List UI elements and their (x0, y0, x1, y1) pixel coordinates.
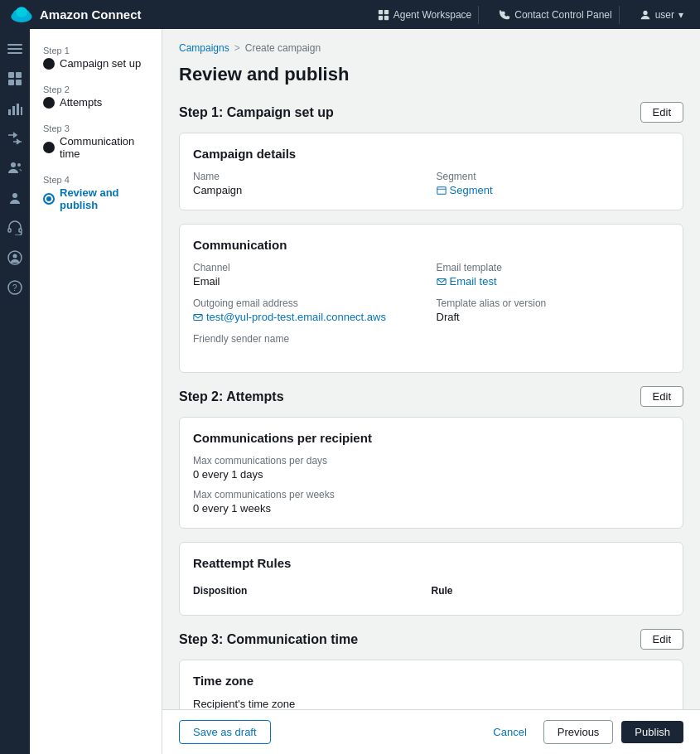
sidebar-item-users[interactable] (2, 155, 28, 181)
reattempt-rules-header: Disposition Rule (193, 580, 669, 602)
svg-rect-18 (17, 104, 19, 115)
svg-rect-11 (7, 52, 22, 54)
step2-title: Step 2: Attempts (179, 389, 284, 404)
save-draft-button[interactable]: Save as draft (179, 720, 271, 744)
svg-rect-23 (8, 229, 11, 232)
friendly-sender-field: Friendly sender name (193, 333, 427, 359)
step-3: Step 3 Communication time (43, 123, 148, 160)
breadcrumb-separator: > (234, 42, 240, 54)
svg-rect-13 (16, 72, 22, 78)
reattempt-rules-card: Reattempt Rules Disposition Rule (179, 542, 683, 616)
outgoing-email-value: test@yul-prod-test.email.connect.aws (193, 311, 427, 323)
step2-edit-button[interactable]: Edit (640, 386, 683, 407)
reattempt-rules-title: Reattempt Rules (193, 556, 669, 570)
email-icon (437, 277, 447, 287)
campaign-details-title: Campaign details (193, 147, 669, 161)
phone-icon (499, 9, 510, 21)
svg-rect-14 (8, 80, 14, 85)
channel-field: Channel Email (193, 262, 427, 288)
step-4: Step 4 Review and publish (43, 175, 148, 211)
sidebar-item-help[interactable]: ? (2, 274, 28, 301)
cancel-button[interactable]: Cancel (485, 721, 534, 743)
step3-edit-button[interactable]: Edit (640, 629, 683, 650)
svg-rect-5 (384, 9, 389, 13)
grid-icon (7, 71, 22, 86)
contact-control-panel-button[interactable]: Contact Control Panel (492, 6, 619, 24)
communication-title: Communication (193, 238, 669, 252)
communication-grid: Channel Email Email template Email test … (193, 262, 669, 359)
segment-value: Segment (437, 184, 670, 196)
person-icon (7, 191, 22, 205)
menu-icon (7, 41, 22, 56)
sidebar-item-routing[interactable] (2, 125, 28, 152)
top-nav: Amazon Connect Agent Workspace Contact C… (0, 0, 700, 29)
svg-rect-9 (7, 44, 22, 46)
svg-rect-6 (379, 15, 383, 19)
page-title: Review and publish (179, 64, 683, 85)
sidebar-item-analytics[interactable] (2, 95, 28, 122)
help-icon: ? (7, 280, 22, 295)
svg-rect-29 (437, 186, 445, 194)
step3-title: Step 3: Communication time (179, 632, 358, 647)
outgoing-email-field: Outgoing email address test@yul-prod-tes… (193, 297, 427, 323)
communication-card: Communication Channel Email Email templa… (179, 224, 683, 373)
users-icon (7, 161, 22, 176)
step-2-dot (43, 97, 55, 109)
step1-title: Step 1: Campaign set up (179, 105, 334, 120)
campaign-name-field: Name Campaign (193, 171, 427, 196)
template-alias-field: Template alias or version Draft (437, 297, 670, 323)
svg-point-21 (17, 163, 21, 167)
svg-rect-12 (8, 72, 14, 78)
step2-section-header: Step 2: Attempts Edit (179, 386, 683, 407)
publish-button[interactable]: Publish (621, 721, 683, 743)
svg-rect-19 (21, 107, 22, 115)
svg-point-26 (13, 254, 17, 259)
chart-bar-icon (7, 101, 22, 116)
campaign-details-grid: Name Campaign Segment Segment (193, 171, 669, 196)
agent-workspace-icon (378, 9, 389, 21)
step3-section-header: Step 3: Communication time Edit (179, 629, 683, 650)
step-1-dot (43, 58, 55, 70)
svg-point-20 (11, 162, 16, 167)
app-title: Amazon Connect (40, 7, 142, 22)
sidebar-item-agent-activity[interactable] (2, 244, 28, 271)
svg-point-3 (16, 7, 27, 17)
email-template-value: Email test (437, 275, 670, 288)
headset-icon (7, 220, 22, 235)
circle-user-icon (7, 250, 22, 265)
agent-workspace-button[interactable]: Agent Workspace (371, 6, 480, 24)
steps-panel: Step 1 Campaign set up Step 2 Attempts S… (30, 29, 162, 754)
routing-icon (7, 131, 22, 146)
comms-per-recipient-title: Communications per recipient (193, 431, 669, 445)
step-2: Step 2 Attempts (43, 85, 148, 109)
sidebar-item-headset[interactable] (2, 215, 28, 241)
step1-edit-button[interactable]: Edit (640, 102, 683, 123)
step-3-dot (43, 142, 55, 153)
sidebar-item-dashboard[interactable] (2, 65, 28, 92)
step1-section-header: Step 1: Campaign set up Edit (179, 102, 683, 123)
amazon-connect-logo (10, 3, 33, 27)
svg-rect-7 (384, 15, 389, 19)
sidebar-menu-icon[interactable] (2, 36, 28, 62)
previous-button[interactable]: Previous (543, 720, 614, 744)
time-zone-title: Time zone (193, 674, 669, 688)
nav-right: Agent Workspace Contact Control Panel us… (371, 6, 690, 24)
svg-rect-16 (8, 109, 11, 115)
svg-rect-4 (379, 9, 383, 13)
user-menu-button[interactable]: user ▾ (633, 6, 690, 24)
svg-rect-10 (7, 48, 22, 50)
footer-right-actions: Cancel Previous Publish (485, 720, 683, 744)
step-4-dot (43, 193, 55, 205)
step-1: Step 1 Campaign set up (43, 46, 148, 70)
main-content: Campaigns > Create campaign Review and p… (162, 29, 700, 754)
segment-icon (437, 186, 447, 196)
breadcrumb-campaigns-link[interactable]: Campaigns (179, 42, 229, 54)
svg-point-22 (12, 193, 17, 198)
sidebar: ? (0, 29, 30, 754)
sidebar-item-profile[interactable] (2, 185, 28, 211)
email-address-icon (193, 312, 203, 322)
chevron-down-icon: ▾ (678, 9, 683, 21)
footer-actions: Save as draft Cancel Previous Publish (162, 709, 700, 754)
breadcrumb: Campaigns > Create campaign (179, 42, 683, 54)
max-days-field: Max communications per days 0 every 1 da… (193, 455, 669, 481)
